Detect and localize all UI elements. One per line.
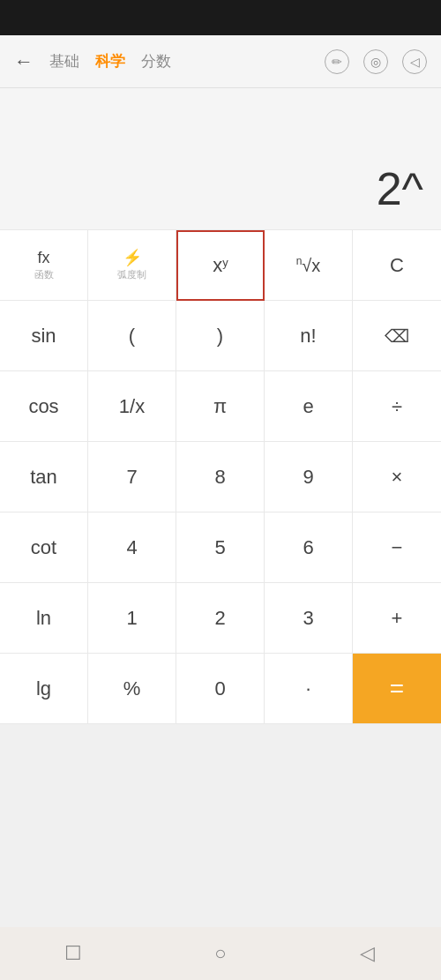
clear-btn[interactable]: C [353, 230, 441, 301]
home-square-btn[interactable]: ☐ [47, 942, 100, 965]
three-btn[interactable]: 3 [265, 583, 353, 654]
zero-btn[interactable]: 0 [176, 654, 265, 724]
sound-icon[interactable]: ◁ [402, 49, 427, 74]
bottom-nav: ☐ ○ ◁ [0, 927, 441, 980]
e-btn[interactable]: e [265, 371, 353, 442]
nav-icons: ✏ ◎ ◁ [325, 49, 427, 74]
edit-icon[interactable]: ✏ [325, 49, 349, 74]
tab-science[interactable]: 科学 [95, 51, 125, 71]
two-btn[interactable]: 2 [176, 583, 265, 654]
rad-btn[interactable]: ⚡ 弧度制 [88, 230, 176, 301]
ln-btn[interactable]: ln [0, 583, 88, 654]
multiply-btn[interactable]: × [353, 442, 441, 512]
factorial-btn[interactable]: n! [265, 301, 353, 371]
cos-btn[interactable]: cos [0, 371, 88, 442]
cot-btn[interactable]: cot [0, 512, 88, 583]
divide-btn[interactable]: ÷ [353, 371, 441, 442]
equals-btn[interactable]: = [353, 654, 441, 724]
xpow-btn[interactable]: xy [176, 230, 265, 301]
minus-btn[interactable]: − [353, 512, 441, 583]
reciprocal-btn[interactable]: 1/x [88, 371, 176, 442]
one-btn[interactable]: 1 [88, 583, 176, 654]
top-nav: ← 基础 科学 分数 ✏ ◎ ◁ [0, 35, 441, 88]
tab-fraction[interactable]: 分数 [141, 51, 171, 71]
six-btn[interactable]: 6 [265, 512, 353, 583]
percent-btn[interactable]: % [88, 654, 176, 724]
rparen-btn[interactable]: ) [176, 301, 265, 371]
tan-btn[interactable]: tan [0, 442, 88, 512]
sin-btn[interactable]: sin [0, 301, 88, 371]
status-bar [0, 0, 441, 35]
settings-icon[interactable]: ◎ [363, 49, 388, 74]
nroot-btn[interactable]: n√x [265, 230, 353, 301]
four-btn[interactable]: 4 [88, 512, 176, 583]
eight-btn[interactable]: 8 [176, 442, 265, 512]
back-nav-btn[interactable]: ◁ [341, 942, 394, 965]
dot-btn[interactable]: · [265, 654, 353, 724]
pi-btn[interactable]: π [176, 371, 265, 442]
lparen-btn[interactable]: ( [88, 301, 176, 371]
calc-grid: fx 函数 ⚡ 弧度制 xy n√x C sin ( ) n! ⌫ cos 1/… [0, 229, 441, 724]
display-area: 2^ [0, 88, 441, 229]
five-btn[interactable]: 5 [176, 512, 265, 583]
home-circle-btn[interactable]: ○ [194, 942, 247, 965]
display-value: 2^ [377, 162, 423, 215]
back-button[interactable]: ← [14, 50, 34, 73]
plus-btn[interactable]: + [353, 583, 441, 654]
fx-btn[interactable]: fx 函数 [0, 230, 88, 301]
tab-basic[interactable]: 基础 [49, 51, 79, 71]
seven-btn[interactable]: 7 [88, 442, 176, 512]
nine-btn[interactable]: 9 [265, 442, 353, 512]
backspace-btn[interactable]: ⌫ [353, 301, 441, 371]
lg-btn[interactable]: lg [0, 654, 88, 724]
